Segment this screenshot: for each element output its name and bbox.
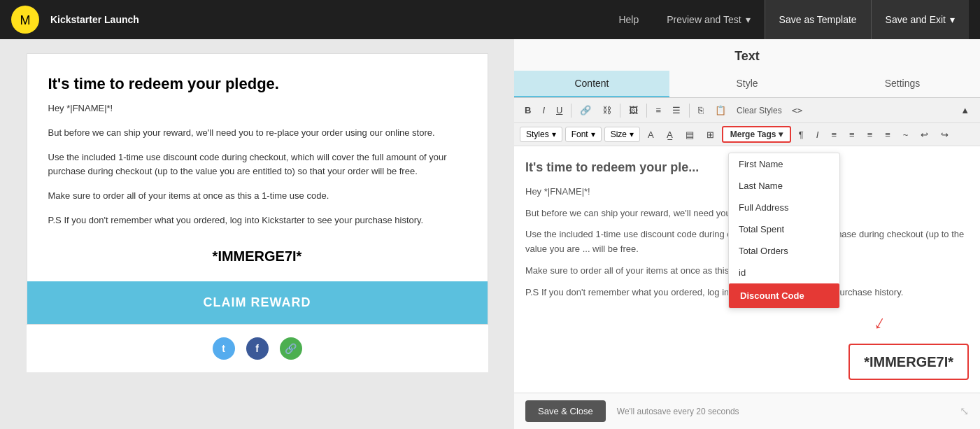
merge-tag-total-orders[interactable]: Total Orders (729, 240, 839, 262)
email-title: It's time to redeem your pledge. (48, 75, 467, 93)
chevron-down-icon: ▾ (591, 129, 595, 139)
editor-panel-title: Text (514, 39, 980, 71)
email-preview-panel: It's time to redeem your pledge. Hey *|F… (0, 39, 514, 429)
email-body: Hey *|FNAME|*! But before we can ship yo… (48, 101, 467, 281)
merge-tag-last-name[interactable]: Last Name (729, 175, 839, 197)
chevron-down-icon: ▾ (746, 14, 751, 25)
font-dropdown[interactable]: Font ▾ (565, 127, 602, 142)
undo-button[interactable]: ↩ (916, 127, 933, 143)
save-exit-button[interactable]: Save and Exit ▾ (871, 0, 969, 39)
italic2-button[interactable]: I (811, 127, 824, 143)
align-center-button[interactable]: ≡ (844, 127, 860, 143)
arrow-indicator: ↓ (868, 307, 893, 339)
link-icon[interactable]: 🔗 (280, 337, 302, 360)
merge-tag-first-name[interactable]: First Name (729, 153, 839, 175)
email-card: It's time to redeem your pledge. Hey *|F… (27, 53, 488, 325)
merge-tag-full-address[interactable]: Full Address (729, 197, 839, 218)
paragraph-button[interactable]: ¶ (794, 127, 809, 143)
claim-reward-button[interactable]: CLAIM REWARD (27, 281, 488, 324)
table-button[interactable]: ⊞ (702, 127, 719, 143)
collapse-button[interactable]: ▲ (956, 102, 974, 118)
facebook-icon[interactable]: f (246, 337, 269, 360)
editor-tabs: Content Style Settings (514, 71, 980, 98)
ordered-list-button[interactable]: ≡ (651, 102, 666, 118)
chevron-down-icon: ▾ (950, 14, 955, 25)
special-chars-button[interactable]: ~ (898, 127, 914, 143)
align-left-button[interactable]: ≡ (826, 127, 841, 143)
merge-tag-total-spent[interactable]: Total Spent (729, 218, 839, 240)
link-button[interactable]: 🔗 (575, 102, 596, 118)
email-para1: But before we can ship your reward, we'l… (48, 126, 467, 141)
merge-tags-dropdown[interactable]: Merge Tags ▾ (722, 126, 791, 143)
styles-dropdown[interactable]: Styles ▾ (520, 127, 562, 142)
merge-tag-id[interactable]: id (729, 262, 839, 283)
app-title: Kickstarter Launch (50, 14, 604, 25)
separator1 (571, 104, 571, 118)
help-button[interactable]: Help (604, 0, 653, 39)
email-greeting: Hey *|FNAME|*! (48, 101, 467, 116)
bg-color-button[interactable]: A̲ (662, 127, 678, 143)
redo-button[interactable]: ↪ (936, 127, 953, 143)
email-merge-tag: *IMMERGE7I* (48, 238, 467, 281)
underline-button[interactable]: U (551, 102, 567, 118)
toolbar-row2: Styles ▾ Font ▾ Size ▾ A A̲ ▤ ⊞ Merge Ta… (514, 123, 980, 146)
tab-style[interactable]: Style (669, 71, 825, 97)
bold-button[interactable]: B (520, 102, 536, 118)
block-format-button[interactable]: ▤ (681, 127, 699, 143)
autosave-text: We'll autosave every 20 seconds (617, 407, 739, 416)
toolbar-row1: B I U 🔗 ⛓ 🖼 ≡ ☰ ⎘ 📋 Clear Styles <> ▲ (514, 98, 980, 123)
font-color-button[interactable]: A (643, 127, 659, 143)
paste-format-button[interactable]: 📋 (710, 102, 731, 118)
separator3 (646, 104, 647, 118)
align-justify-button[interactable]: ≡ (880, 127, 895, 143)
separator2 (620, 104, 620, 118)
merge-tag-discount-code[interactable]: Discount Code (729, 283, 839, 308)
tab-settings[interactable]: Settings (825, 71, 980, 97)
twitter-icon[interactable]: t (213, 337, 235, 360)
save-close-button[interactable]: Save & Close (525, 400, 606, 422)
bottom-bar: Save & Close We'll autosave every 20 sec… (514, 393, 980, 429)
main-layout: It's time to redeem your pledge. Hey *|F… (0, 39, 980, 429)
chevron-down-icon: ▾ (779, 129, 783, 139)
unordered-list-button[interactable]: ☰ (667, 102, 686, 118)
email-para4: P.S If you don't remember what you order… (48, 213, 467, 228)
topnav: M Kickstarter Launch Help Preview and Te… (0, 0, 980, 39)
claim-btn-wrap: CLAIM REWARD (27, 281, 488, 324)
merge-tags-menu: First Name Last Name Full Address Total … (728, 153, 840, 309)
italic-button[interactable]: I (537, 102, 550, 118)
image-button[interactable]: 🖼 (624, 102, 643, 118)
separator4 (689, 104, 690, 118)
email-para3: Make sure to order all of your items at … (48, 189, 467, 204)
code-view-button[interactable]: <> (788, 103, 807, 118)
align-right-button[interactable]: ≡ (862, 127, 878, 143)
chevron-down-icon: ▾ (630, 129, 634, 139)
social-row: t f 🔗 (27, 325, 488, 372)
preview-test-button[interactable]: Preview and Test ▾ (653, 0, 764, 39)
editor-merge-tag: *IMMERGE7I* (848, 344, 969, 380)
copy-format-button[interactable]: ⎘ (693, 102, 709, 118)
topnav-actions: Help Preview and Test ▾ Save as Template… (604, 0, 969, 39)
editor-panel: Text Content Style Settings B I U 🔗 ⛓ 🖼 … (514, 39, 980, 429)
svg-text:M: M (20, 13, 31, 27)
resize-handle[interactable]: ⤡ (960, 405, 969, 418)
email-para2: Use the included 1-time use discount cod… (48, 150, 467, 180)
unlink-button[interactable]: ⛓ (597, 102, 616, 118)
clear-styles-button[interactable]: Clear Styles (732, 104, 786, 118)
size-dropdown[interactable]: Size ▾ (604, 127, 640, 142)
chevron-down-icon: ▾ (552, 129, 556, 139)
tab-content[interactable]: Content (514, 71, 669, 97)
save-template-button[interactable]: Save as Template (765, 0, 871, 39)
mailchimp-logo: M (11, 6, 39, 34)
